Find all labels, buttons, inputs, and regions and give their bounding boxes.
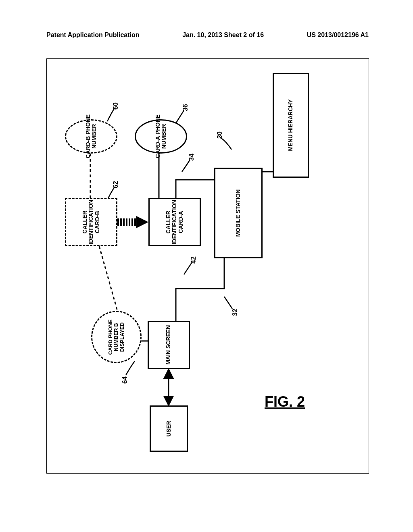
card-b-phone-l2: NUMBER: [91, 124, 97, 149]
caller-id-card-a-box: CALLER IDENTIFICATION CARD-A: [148, 198, 201, 246]
displayed-l3: DISPLAYED: [119, 322, 125, 351]
header-left: Patent Application Publication: [46, 31, 140, 39]
page-header: Patent Application Publication Jan. 10, …: [0, 31, 413, 39]
caller-id-a-l1: CALLER: [165, 211, 171, 234]
card-a-phone-ellipse: CARD-A PHONE NUMBER: [135, 119, 187, 154]
ref-32: 32: [232, 309, 239, 316]
displayed-l1: CARD PHONE: [108, 319, 113, 354]
mobile-station-box: MOBILE STATION: [214, 168, 263, 258]
card-b-phone-ellipse: CARD-B PHONE NUMBER: [65, 119, 117, 154]
caller-id-card-b-box: CALLER IDENTIFICATION CARD-B: [65, 198, 117, 246]
figure-label: FIG. 2: [265, 393, 305, 410]
main-screen-box: MAIN SCREEN: [148, 321, 190, 369]
card-a-phone-l1: CARD-A PHONE: [155, 114, 161, 158]
caller-id-b-l1: CALLER: [82, 211, 88, 234]
main-screen-label: MAIN SCREEN: [166, 325, 172, 365]
menu-hierarchy-box: MENU HIERARCHY: [273, 73, 309, 178]
user-box: USER: [150, 405, 188, 452]
displayed-l2: NUMBER B: [113, 323, 119, 351]
ref-30: 30: [216, 131, 223, 139]
header-right: US 2013/0012196 A1: [307, 31, 369, 39]
ref-36: 36: [182, 104, 189, 111]
ref-42: 42: [190, 256, 197, 264]
ref-60: 60: [112, 102, 119, 110]
caller-id-a-l2: IDENTIFICATION: [171, 200, 177, 245]
caller-id-b-l3: CARD-B: [94, 211, 100, 233]
svg-marker-3: [136, 216, 148, 228]
ref-62: 62: [112, 181, 119, 188]
card-b-phone-l1: CARD-B PHONE: [85, 114, 91, 158]
ref-64: 64: [121, 376, 129, 384]
caller-id-b-l2: IDENTIFICATION: [88, 200, 94, 245]
svg-line-5: [99, 246, 117, 311]
caller-id-a-l3: CARD-A: [178, 211, 184, 233]
header-center: Jan. 10, 2013 Sheet 2 of 16: [182, 31, 264, 39]
menu-hierarchy-label: MENU HIERARCHY: [288, 100, 294, 151]
card-a-phone-l2: NUMBER: [161, 124, 167, 149]
diagram-frame: MENU HIERARCHY MOBILE STATION CARD-A PHO…: [46, 58, 369, 474]
user-label: USER: [166, 421, 172, 436]
mobile-station-label: MOBILE STATION: [235, 189, 241, 237]
displayed-ellipse: CARD PHONE NUMBER B DISPLAYED: [91, 311, 142, 363]
ref-34: 34: [188, 154, 195, 161]
